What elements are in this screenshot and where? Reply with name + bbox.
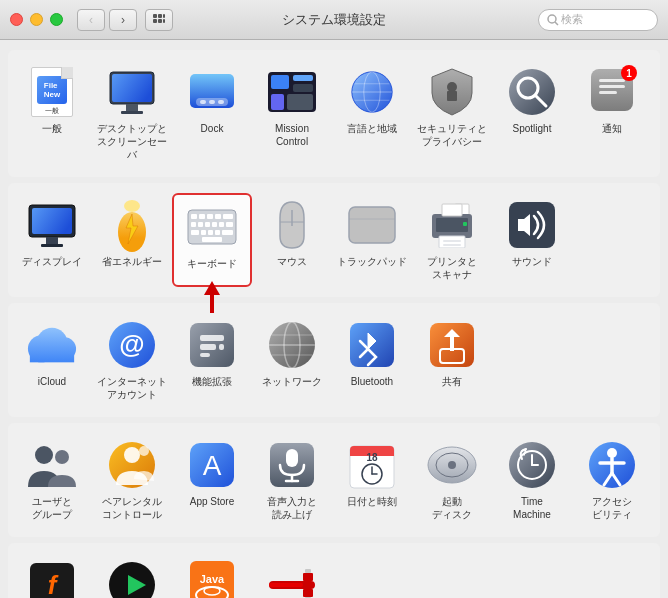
- trackpad-label: トラックパッド: [337, 255, 407, 268]
- svg-rect-2: [163, 14, 165, 18]
- mouse-icon-wrap: [266, 199, 318, 251]
- svg-rect-59: [222, 230, 233, 235]
- forward-button[interactable]: ›: [109, 9, 137, 31]
- extensions-icon-wrap: [186, 319, 238, 371]
- item-appstore[interactable]: A App Store: [172, 433, 252, 527]
- item-notice[interactable]: 1 通知: [572, 60, 652, 167]
- svg-rect-9: [112, 74, 152, 102]
- grid-view-button[interactable]: [145, 9, 173, 31]
- item-startup[interactable]: 起動 ディスク: [412, 433, 492, 527]
- item-mission[interactable]: Mission Control: [252, 60, 332, 167]
- mouse-icon: [276, 200, 308, 250]
- svg-rect-44: [191, 214, 197, 219]
- svg-rect-21: [287, 94, 313, 110]
- extensions-icon: [188, 321, 236, 369]
- dock-icon: [188, 70, 236, 114]
- item-desktop[interactable]: デスクトップと スクリーンセーバ: [92, 60, 172, 167]
- item-dock[interactable]: Dock: [172, 60, 252, 167]
- item-display[interactable]: ディスプレイ: [12, 193, 92, 287]
- java-icon-wrap: Java: [186, 559, 238, 598]
- svg-rect-47: [215, 214, 221, 219]
- item-parental[interactable]: ペアレンタル コントロール: [92, 433, 172, 527]
- section-4-grid: ユーザと グループ: [12, 433, 656, 527]
- item-printer[interactable]: プリンタと スキャナ: [412, 193, 492, 287]
- item-keyboard[interactable]: キーボード: [172, 193, 252, 287]
- dictation-icon-wrap: [266, 439, 318, 491]
- nav-buttons: ‹ ›: [77, 9, 137, 31]
- lang-label: 言語と地域: [347, 122, 397, 135]
- svg-rect-49: [191, 222, 196, 227]
- icloud-icon-wrap: [26, 319, 78, 371]
- timemachine-label: Time Machine: [513, 495, 551, 521]
- item-internet[interactable]: @ インターネット アカウント: [92, 313, 172, 407]
- appstore-icon-wrap: A: [186, 439, 238, 491]
- printer-icon: [427, 202, 477, 248]
- extensions-label: 機能拡張: [192, 375, 232, 388]
- spotlight-icon-wrap: [506, 66, 558, 118]
- content-area: FileNew 一般 一般: [0, 40, 668, 598]
- svg-rect-84: [200, 353, 210, 357]
- svg-rect-20: [271, 94, 284, 110]
- internet-icon: @: [108, 321, 156, 369]
- svg-rect-48: [223, 214, 233, 219]
- item-flip4mac[interactable]: Flip4Mac: [92, 553, 172, 598]
- svg-rect-53: [219, 222, 224, 227]
- svg-rect-16: [218, 100, 224, 104]
- flash-icon-wrap: f: [26, 559, 78, 598]
- item-mouse[interactable]: マウス: [252, 193, 332, 287]
- item-datetime[interactable]: 18 日付と時刻: [332, 433, 412, 527]
- svg-rect-72: [463, 222, 467, 226]
- item-network[interactable]: ネットワーク: [252, 313, 332, 407]
- display-icon-wrap: [26, 199, 78, 251]
- item-extensions[interactable]: 機能拡張: [172, 313, 252, 407]
- svg-point-95: [35, 446, 53, 464]
- back-button[interactable]: ‹: [77, 9, 105, 31]
- icloud-icon: [26, 325, 78, 365]
- item-ippan[interactable]: FileNew 一般 一般: [12, 60, 92, 167]
- item-security[interactable]: セキュリティと プライバシー: [412, 60, 492, 167]
- item-sharing[interactable]: 共有: [412, 313, 492, 407]
- ippan-icon: FileNew 一般: [31, 67, 73, 117]
- item-bluetooth[interactable]: Bluetooth: [332, 313, 412, 407]
- appstore-icon: A: [188, 441, 236, 489]
- item-perian[interactable]: Perian: [252, 553, 332, 598]
- appstore-label: App Store: [190, 495, 234, 508]
- item-icloud[interactable]: iCloud: [12, 313, 92, 407]
- item-lang[interactable]: 言語と地域: [332, 60, 412, 167]
- item-users[interactable]: ユーザと グループ: [12, 433, 92, 527]
- svg-line-7: [555, 22, 558, 25]
- item-trackpad[interactable]: トラックパッド: [332, 193, 412, 287]
- keyboard-icon-wrap: [186, 201, 238, 253]
- parental-label: ペアレンタル コントロール: [102, 495, 162, 521]
- desktop-icon: [107, 70, 157, 114]
- section-internet: iCloud @ インターネッ: [8, 303, 660, 417]
- section-3-grid: iCloud @ インターネッ: [12, 313, 656, 407]
- close-button[interactable]: [10, 13, 23, 26]
- security-icon: [430, 67, 474, 117]
- item-timemachine[interactable]: Time Machine: [492, 433, 572, 527]
- item-java[interactable]: Java Java: [172, 553, 252, 598]
- svg-rect-58: [215, 230, 220, 235]
- item-accessibility[interactable]: アクセシ ビリティ: [572, 433, 652, 527]
- datetime-icon: 18: [348, 440, 396, 490]
- minimize-button[interactable]: [30, 13, 43, 26]
- svg-rect-81: [200, 335, 224, 341]
- keyboard-icon: [187, 209, 237, 245]
- maximize-button[interactable]: [50, 13, 63, 26]
- svg-rect-137: [305, 569, 311, 573]
- svg-rect-70: [443, 240, 461, 242]
- bluetooth-label: Bluetooth: [351, 375, 393, 388]
- svg-rect-38: [32, 208, 72, 234]
- file-icon-text: 一般: [45, 106, 59, 116]
- dock-label: Dock: [201, 122, 224, 135]
- svg-rect-55: [191, 230, 199, 235]
- item-energy[interactable]: 省エネルギー: [92, 193, 172, 287]
- search-box[interactable]: 検索: [538, 9, 658, 31]
- item-dictation[interactable]: 音声入力と 読み上げ: [252, 433, 332, 527]
- display-label: ディスプレイ: [22, 255, 82, 268]
- svg-rect-83: [219, 344, 224, 350]
- item-flash[interactable]: f Flash Player: [12, 553, 92, 598]
- item-sound[interactable]: サウンド: [492, 193, 572, 287]
- users-icon: [26, 443, 78, 487]
- item-spotlight[interactable]: Spotlight: [492, 60, 572, 167]
